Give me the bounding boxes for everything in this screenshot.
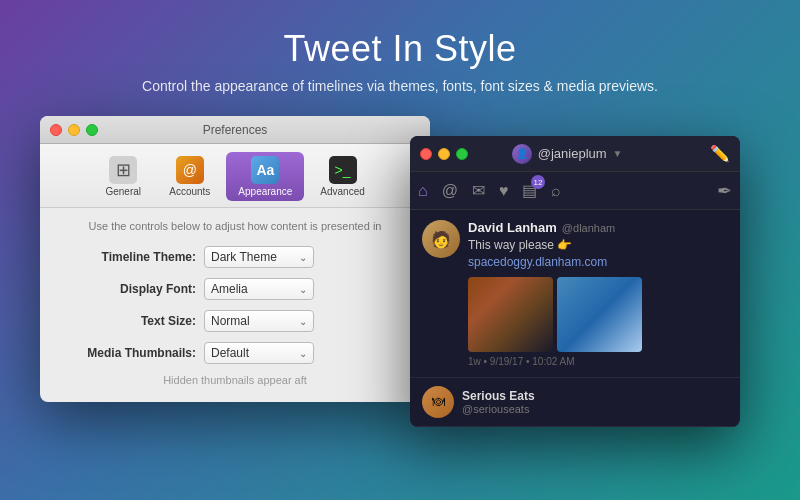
hero-title: Tweet In Style [283,28,516,70]
username-label: @janieplum [538,146,607,161]
messages-icon[interactable]: ✉ [472,181,485,200]
hidden-note: Hidden thumbnails appear aft [56,374,414,386]
footer-content: Serious Eats @seriouseats [462,389,728,415]
window-title: Preferences [203,123,268,137]
toolbar-item-accounts[interactable]: @ Accounts [157,152,222,201]
tweet-author-avatar: 🧑 [422,220,460,258]
chevron-down-icon: ⌄ [299,316,307,327]
close-button[interactable] [50,124,62,136]
display-font-label: Display Font: [56,282,196,296]
chevron-down-icon: ▼ [613,148,623,159]
text-size-row: Text Size: Normal ⌄ [56,310,414,332]
tweet-images [468,277,728,352]
user-avatar-small: 👤 [512,144,532,164]
toolbar-label-advanced: Advanced [320,186,364,197]
nav-badge: 12 [531,175,546,189]
favorites-icon[interactable]: ♥ [499,182,509,200]
media-thumbnails-select[interactable]: Default ⌄ [204,342,314,364]
toolbar-label-appearance: Appearance [238,186,292,197]
home-icon[interactable]: ⌂ [418,182,428,200]
tweet-navigation: ⌂ @ ✉ ♥ ▤ 12 ⌕ ✒ [410,172,740,210]
toolbar: ⊞ General @ Accounts Aa Appearance >_ Ad… [40,144,430,208]
tweet-header: David Lanham @dlanham [468,220,728,235]
general-icon: ⊞ [109,156,137,184]
titlebar: Preferences [40,116,430,144]
prefs-content: Use the controls below to adjust how con… [40,208,430,402]
tweet-minimize-button[interactable] [438,148,450,160]
toolbar-item-general[interactable]: ⊞ General [93,152,153,201]
hero-subtitle: Control the appearance of timelines via … [142,78,658,94]
lists-nav-item[interactable]: ▤ 12 [522,181,537,200]
toolbar-label-general: General [105,186,141,197]
timeline-theme-row: Timeline Theme: Dark Theme ⌄ [56,246,414,268]
tweet-close-button[interactable] [420,148,432,160]
tweet-item: 🧑 David Lanham @dlanham This way please … [410,210,740,378]
text-size-select[interactable]: Normal ⌄ [204,310,314,332]
tweet-titlebar: 👤 @janieplum ▼ ✏️ [410,136,740,172]
tweet-meta: 1w • 9/19/17 • 10:02 AM [468,356,728,367]
advanced-icon: >_ [329,156,357,184]
tweet-link[interactable]: spacedoggy.dlanham.com [468,255,607,269]
preferences-window: Preferences ⊞ General @ Accounts Aa Appe… [40,116,430,402]
footer-account-handle: @seriouseats [462,403,728,415]
timeline-theme-select[interactable]: Dark Theme ⌄ [204,246,314,268]
compose-icon[interactable]: ✏️ [710,144,730,163]
accounts-icon: @ [176,156,204,184]
chevron-down-icon: ⌄ [299,284,307,295]
chevron-down-icon: ⌄ [299,252,307,263]
search-icon[interactable]: ⌕ [551,182,561,200]
traffic-lights [50,124,98,136]
timeline-theme-label: Timeline Theme: [56,250,196,264]
media-thumbnails-label: Media Thumbnails: [56,346,196,360]
toolbar-label-accounts: Accounts [169,186,210,197]
windows-container: Preferences ⊞ General @ Accounts Aa Appe… [40,116,760,427]
tweet-traffic-lights [420,148,468,160]
tweet-window: 👤 @janieplum ▼ ✏️ ⌂ @ ✉ ♥ ▤ 12 ⌕ ✒ 🧑 [410,136,740,427]
prefs-description: Use the controls below to adjust how con… [56,220,414,232]
toolbar-item-advanced[interactable]: >_ Advanced [308,152,376,201]
tweet-author-name: David Lanham [468,220,557,235]
appearance-icon: Aa [251,156,279,184]
tweet-user-info: 👤 @janieplum ▼ [512,144,623,164]
chevron-down-icon: ⌄ [299,348,307,359]
toolbar-item-appearance[interactable]: Aa Appearance [226,152,304,201]
tweet-maximize-button[interactable] [456,148,468,160]
footer-account-name: Serious Eats [462,389,728,403]
media-thumbnails-row: Media Thumbnails: Default ⌄ [56,342,414,364]
mentions-icon[interactable]: @ [442,182,458,200]
tweet-image-1 [468,277,553,352]
profile-icon[interactable]: ✒ [717,180,732,202]
minimize-button[interactable] [68,124,80,136]
tweet-text: This way please 👉 spacedoggy.dlanham.com [468,237,728,271]
text-size-label: Text Size: [56,314,196,328]
tweet-image-2 [557,277,642,352]
tweet-author-handle: @dlanham [562,222,615,234]
tweet-footer-item: 🍽 Serious Eats @seriouseats [410,378,740,427]
footer-avatar: 🍽 [422,386,454,418]
display-font-row: Display Font: Amelia ⌄ [56,278,414,300]
maximize-button[interactable] [86,124,98,136]
tweet-body: David Lanham @dlanham This way please 👉 … [468,220,728,367]
display-font-select[interactable]: Amelia ⌄ [204,278,314,300]
